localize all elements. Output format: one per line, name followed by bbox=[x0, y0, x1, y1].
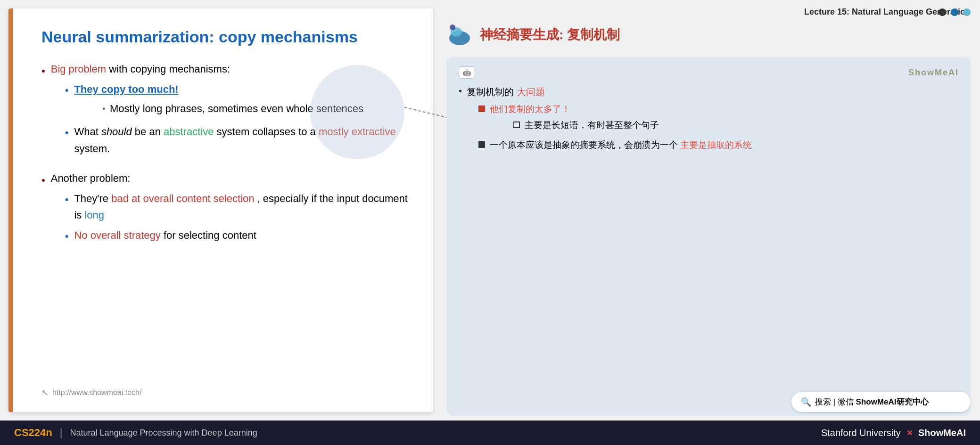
right-header: 神经摘要生成: 复制机制 bbox=[447, 22, 971, 48]
bottom-left: CS224n | Natural Language Processing wit… bbox=[14, 427, 257, 439]
nav-dot-1[interactable] bbox=[939, 8, 946, 16]
footer-url: http://www.showmeai.tech/ bbox=[52, 388, 141, 397]
text-abstractive: abstractive bbox=[164, 126, 214, 138]
text-system-collapses: system collapses to a bbox=[217, 126, 319, 138]
stanford-text: Stanford University bbox=[821, 428, 901, 438]
main-content: Neural summarization: copy mechanisms • … bbox=[0, 0, 980, 421]
right-title-cn: 神经摘要生成: 复制机制 bbox=[480, 26, 620, 44]
cn-text-big-problem: 大问题 bbox=[517, 87, 545, 97]
text-copy-too-much: They copy too much! bbox=[74, 83, 178, 95]
slide-title: Neural summarization: copy mechanisms bbox=[41, 27, 409, 47]
cn-text-copy-too-much: 他们复制的太多了！ bbox=[490, 104, 570, 114]
card-bullet-l1: • 复制机制的 大问题 他们复制的太多了！ 主要是长短语，有 bbox=[459, 86, 959, 155]
slide-footer: ↖ http://www.showmeai.tech/ bbox=[41, 388, 409, 398]
logo-svg bbox=[447, 22, 473, 48]
showmeai-brand-text: ShowMeAI bbox=[908, 68, 959, 78]
red-square-icon bbox=[478, 105, 485, 112]
bullet-l1-2: • Another problem: • They're bad at over… bbox=[41, 170, 409, 249]
text-long: long bbox=[84, 209, 104, 221]
nav-dots bbox=[939, 8, 971, 16]
text-with-copying: with copying mechanisms: bbox=[109, 63, 230, 75]
bullet-dot: • bbox=[41, 63, 45, 79]
x-symbol: ✕ bbox=[906, 429, 913, 437]
bullet-l2-dot: • bbox=[65, 82, 69, 98]
course-code: CS224n bbox=[14, 427, 52, 439]
text-system: system. bbox=[74, 143, 110, 154]
nav-dot-3[interactable] bbox=[963, 8, 971, 16]
cn-text-copy-mechanism: 复制机制的 bbox=[467, 87, 514, 97]
showmeai-logo bbox=[447, 22, 473, 48]
card-bullet-l2-red: 他们复制的太多了！ 主要是长短语，有时甚至整个句子 bbox=[478, 103, 752, 135]
nav-dot-2[interactable] bbox=[951, 8, 958, 16]
ai-icon-text: 🤖 bbox=[463, 69, 471, 76]
bullet-l2-dot-2: • bbox=[65, 124, 69, 141]
text-big-problem: Big problem bbox=[51, 63, 106, 75]
course-subtitle: Natural Language Processing with Deep Le… bbox=[70, 428, 257, 438]
card-header: 🤖 ShowMeAI bbox=[459, 66, 959, 79]
left-slide-panel: Neural summarization: copy mechanisms • … bbox=[8, 8, 433, 412]
cn-text-extractive: 主要是抽取的系统 bbox=[680, 140, 752, 150]
showmeai-footer-text: ShowMeAI bbox=[918, 428, 966, 438]
bottom-bar: CS224n | Natural Language Processing wit… bbox=[0, 421, 980, 445]
text-what: What bbox=[74, 126, 101, 138]
card-bullet-l2-dark: 一个原本应该是抽象的摘要系统，会崩溃为一个 主要是抽取的系统 bbox=[478, 139, 752, 151]
text-another-problem: Another problem: bbox=[51, 172, 131, 184]
lecture-title: Lecture 15: Natural Language Generation bbox=[447, 7, 971, 17]
text-theyre: They're bbox=[74, 193, 111, 204]
hollow-square-icon bbox=[513, 121, 520, 128]
dark-square-icon bbox=[478, 141, 485, 148]
bullet-l2-strategy: • No overall strategy for selecting cont… bbox=[65, 227, 409, 244]
bullet-dot-2: • bbox=[41, 172, 45, 188]
search-text: 搜索 | 微信 ShowMeAI研究中心 bbox=[815, 396, 929, 407]
svg-point-3 bbox=[450, 24, 455, 30]
right-panel: Lecture 15: Natural Language Generation … bbox=[433, 0, 980, 421]
text-bad-content: bad at overall content selection bbox=[111, 193, 254, 204]
bullet-l2-bad: • They're bad at overall content selecti… bbox=[65, 190, 409, 223]
text-should: should bbox=[101, 126, 132, 138]
bottom-divider: | bbox=[60, 427, 63, 439]
bullet-l2-dot-4: • bbox=[65, 228, 69, 244]
text-for-selecting: for selecting content bbox=[164, 229, 256, 241]
card-bullet-l3-phrases: 主要是长短语，有时甚至整个句子 bbox=[513, 119, 659, 131]
card-dot-l1: • bbox=[459, 86, 462, 97]
search-bar[interactable]: 🔍 搜索 | 微信 ShowMeAI研究中心 bbox=[791, 392, 971, 412]
text-no-strategy: No overall strategy bbox=[74, 229, 160, 241]
cn-text-abstract-system: 一个原本应该是抽象的摘要系统，会崩溃为一个 bbox=[490, 140, 678, 150]
search-icon: 🔍 bbox=[801, 397, 811, 407]
text-be-an: be an bbox=[135, 126, 164, 138]
bullet-l2-dot-3: • bbox=[65, 191, 69, 208]
cursor-icon: ↖ bbox=[41, 388, 49, 398]
bullet-l3-dot: • bbox=[102, 103, 105, 115]
cn-text-long-phrases: 主要是长短语，有时甚至整个句子 bbox=[525, 119, 659, 131]
ai-icon: 🤖 bbox=[459, 66, 475, 79]
showmeai-card: 🤖 ShowMeAI • 复制机制的 大问题 他们复制的太多了！ bbox=[447, 57, 971, 416]
watermark-circle bbox=[310, 65, 404, 159]
bottom-right: Stanford University ✕ ShowMeAI bbox=[821, 428, 966, 438]
